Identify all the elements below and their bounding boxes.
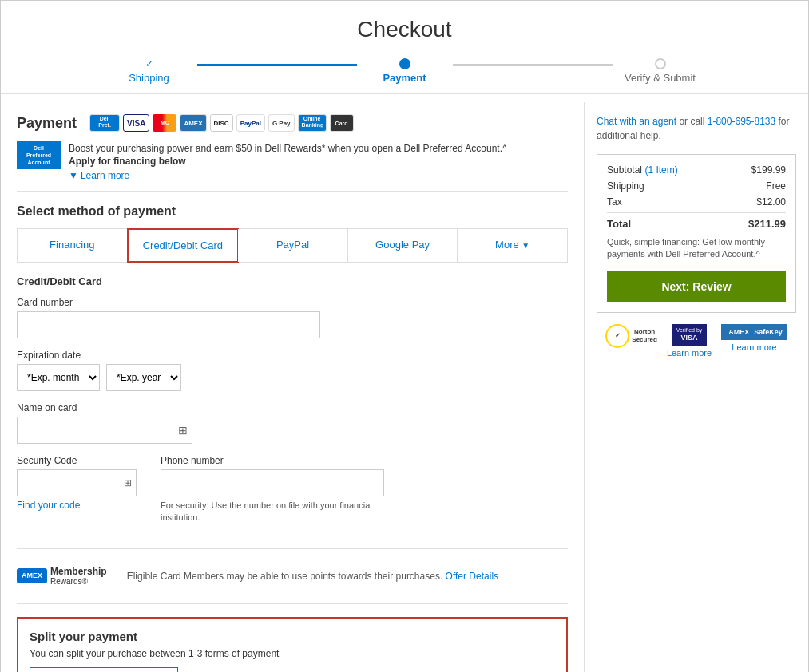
amex-logo: AMEX <box>17 568 47 583</box>
select-method-title: Select method of payment <box>17 204 568 219</box>
payment-dot <box>399 58 410 69</box>
exp-month-select[interactable]: *Exp. month <box>17 364 100 391</box>
main-content: Payment DellPref. VISA MC AMEX DISC PayP… <box>1 102 808 672</box>
tab-paypal[interactable]: PayPal <box>238 229 348 262</box>
phone-col: Phone number For security: Use the numbe… <box>161 455 568 536</box>
promo-content: Boost your purchasing power and earn $50… <box>69 141 507 181</box>
payment-header: Payment DellPref. VISA MC AMEX DISC PayP… <box>17 114 568 132</box>
payment-tabs: Financing Credit/Debit Card PayPal Googl… <box>17 228 568 263</box>
divider-2 <box>17 603 568 604</box>
security-input-wrapper: ⊞ <box>17 469 137 496</box>
order-summary: Subtotal (1 Item) $199.99 Shipping Free … <box>597 154 796 313</box>
name-input-icon: ⊞ <box>178 424 188 437</box>
expiration-label: Expiration date <box>17 350 568 361</box>
security-label: Security Code <box>17 455 137 466</box>
split-title: Split your payment <box>30 630 555 643</box>
subtotal-value: $199.99 <box>751 164 786 176</box>
subtotal-row: Subtotal (1 Item) $199.99 <box>607 164 786 176</box>
tab-credit-debit[interactable]: Credit/Debit Card <box>127 228 240 263</box>
form-section-title: Credit/Debit Card <box>17 275 568 287</box>
phone-note: For security: Use the number on file wit… <box>161 500 384 524</box>
norton-badge: ✓ Norton Secured <box>605 324 657 348</box>
safekey-badge: AMEX SafeKey <box>721 324 787 340</box>
vertical-divider <box>117 562 117 591</box>
promo-apply-text: Apply for financing below <box>69 156 507 167</box>
item-count-link[interactable]: (1 Item) <box>644 164 677 176</box>
exp-year-select[interactable]: *Exp. year <box>106 364 181 391</box>
step-payment: Payment <box>357 58 453 84</box>
security-info-icon: ⊞ <box>124 477 132 488</box>
phone-group: Phone number For security: Use the numbe… <box>161 455 568 524</box>
connector-1 <box>197 64 357 66</box>
triangle-icon: ▼ <box>69 170 78 181</box>
norton-badge-item: ✓ Norton Secured <box>605 324 657 348</box>
tax-label: Tax <box>607 196 622 208</box>
name-on-card-input[interactable] <box>17 417 192 444</box>
payment-label: Payment <box>383 72 426 84</box>
safekey-learn-more-link[interactable]: Learn more <box>732 342 776 352</box>
learn-more-button[interactable]: ▼ Learn more <box>69 170 129 181</box>
security-code-input[interactable] <box>17 469 137 496</box>
shipping-row: Shipping Free <box>607 180 786 192</box>
verify-label: Verify & Submit <box>625 72 696 84</box>
visa-badge: Verified by VISA <box>672 324 708 346</box>
tab-financing[interactable]: Financing <box>18 229 128 262</box>
add-payment-button[interactable]: Add Another Payment Method <box>30 667 178 672</box>
next-review-button[interactable]: Next: Review <box>607 271 786 302</box>
name-on-card-group: Name on card ⊞ <box>17 402 568 444</box>
page-title: Checkout <box>1 17 808 42</box>
progress-bar: ✓ Shipping Payment Verify & Submit <box>1 52 808 94</box>
total-value: $211.99 <box>748 218 786 230</box>
security-col: Security Code ⊞ Find your code <box>17 455 137 522</box>
offer-details-link[interactable]: Offer Details <box>446 571 498 582</box>
total-row: Total $211.99 <box>607 212 786 230</box>
dell-card-icon: DellPref. <box>89 114 120 132</box>
right-panel: Chat with an agent or call 1-800-695-813… <box>585 102 808 672</box>
more-arrow-icon: ▼ <box>521 241 529 250</box>
membership-title: Membership <box>50 566 107 577</box>
gpay-card-icon: G Pay <box>268 114 295 132</box>
step-verify: Verify & Submit <box>613 58 708 84</box>
visa-learn-more-link[interactable]: Learn more <box>667 348 712 358</box>
tab-googlepay[interactable]: Google Pay <box>348 229 458 262</box>
find-code-link[interactable]: Find your code <box>17 500 137 511</box>
shipping-label: Shipping <box>129 72 169 84</box>
phone-input[interactable] <box>161 469 384 496</box>
norton-text: Norton Secured <box>632 328 657 343</box>
card-number-input[interactable] <box>17 311 320 338</box>
promo-banner: Dell Preferred Account Boost your purcha… <box>17 141 568 192</box>
connector-2 <box>453 64 613 66</box>
chat-link[interactable]: Chat with an agent <box>597 116 676 127</box>
visa-card-icon: VISA <box>123 114 149 132</box>
membership-subtitle: Rewards® <box>50 577 107 586</box>
split-payment-box: Split your payment You can split your pu… <box>17 617 568 672</box>
tab-more[interactable]: More ▼ <box>458 229 567 262</box>
name-input-wrapper: ⊞ <box>17 417 192 444</box>
phone-label: Phone number <box>161 455 568 466</box>
norton-circle-icon: ✓ <box>605 324 629 348</box>
financing-note: Quick, simple financing: Get low monthly… <box>607 236 786 261</box>
learn-more-label: Learn more <box>81 170 129 181</box>
visa-badge-item: Verified by VISA Learn more <box>667 324 712 358</box>
card-number-group: Card number <box>17 297 568 338</box>
online-banking-icon: OnlineBanking <box>298 114 327 132</box>
security-group: Security Code ⊞ Find your code <box>17 455 137 511</box>
paypal-card-icon: PayPal <box>236 114 265 132</box>
phone-link[interactable]: 1-800-695-8133 <box>708 116 775 127</box>
left-panel: Payment DellPref. VISA MC AMEX DISC PayP… <box>1 102 585 672</box>
accepted-cards: DellPref. VISA MC AMEX DISC PayPal G Pay… <box>89 114 354 132</box>
payment-section-title: Payment <box>17 115 77 132</box>
shipping-check-icon: ✓ <box>145 58 153 69</box>
membership-note: Eligible Card Members may be able to use… <box>127 571 498 582</box>
card-number-label: Card number <box>17 297 568 308</box>
total-label: Total <box>607 218 631 230</box>
split-description: You can split your purchase between 1-3 … <box>30 648 555 659</box>
card-other-icon: Card <box>330 114 354 132</box>
tax-row: Tax $12.00 <box>607 196 786 208</box>
name-on-card-label: Name on card <box>17 402 568 413</box>
verify-dot <box>655 58 666 69</box>
dell-pref-logo: Dell Preferred Account <box>17 141 61 169</box>
expiration-group: Expiration date *Exp. month *Exp. year <box>17 350 568 391</box>
shipping-label: Shipping <box>607 180 644 192</box>
divider-1 <box>17 548 568 549</box>
